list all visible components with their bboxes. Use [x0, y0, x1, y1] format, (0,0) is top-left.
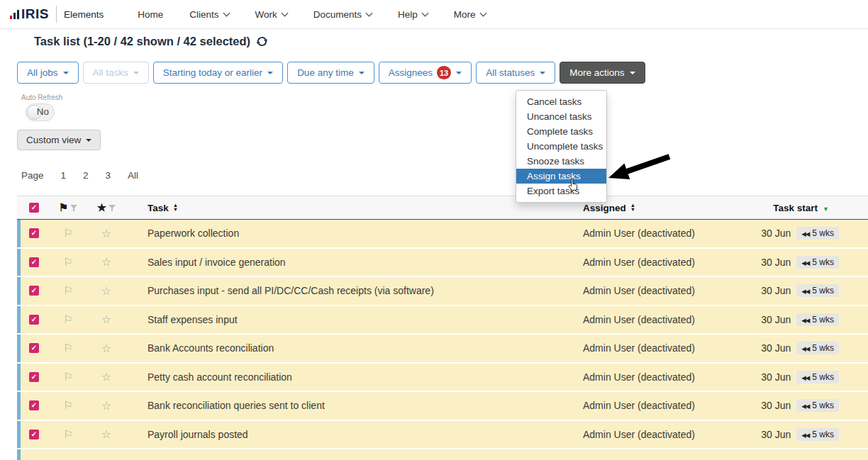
task-column-header[interactable]: Task — [125, 203, 583, 213]
table-row[interactable]: Bank reconciliation queries sent to clie… — [17, 392, 868, 420]
menu-item-export-tasks[interactable]: Export tasks — [516, 184, 606, 198]
flag-icon[interactable] — [63, 428, 72, 441]
flag-cell — [48, 256, 88, 269]
flag-cell — [48, 313, 88, 326]
star-icon[interactable] — [101, 255, 111, 269]
row-checkbox[interactable] — [29, 228, 39, 238]
flag-cell — [48, 371, 88, 383]
row-checkbox[interactable] — [29, 257, 39, 267]
starting-today-or-earlier-button[interactable]: Starting today or earlier — [153, 62, 283, 84]
table-row[interactable]: Bank Accounts reconciliationAdmin User (… — [17, 335, 868, 362]
table-row[interactable]: Purchases input - send all PI/DC/CC/Cash… — [17, 277, 868, 305]
task-name[interactable]: Payroll journals posted — [125, 429, 583, 440]
row-checkbox[interactable] — [29, 286, 39, 296]
row-checkbox[interactable] — [29, 430, 39, 439]
custom-view-button[interactable]: Custom view — [17, 130, 101, 150]
flag-icon[interactable] — [63, 284, 72, 297]
select-all-checkbox[interactable] — [29, 203, 39, 213]
refresh-icon[interactable] — [257, 36, 267, 47]
table-row[interactable]: Petty cash account reconciliationAdmin U… — [17, 364, 868, 391]
menu-item-uncancel-tasks[interactable]: Uncancel tasks — [516, 109, 606, 124]
table-row[interactable]: Paperwork collectionAdmin User (deactiva… — [17, 220, 868, 247]
assigned-column-header[interactable]: Assigned — [583, 203, 743, 213]
menu-item-complete-tasks[interactable]: Complete tasks — [516, 124, 606, 139]
filter-button-label: Due any time — [297, 67, 354, 78]
row-checkbox[interactable] — [29, 315, 39, 325]
filter-funnel-icon[interactable] — [70, 205, 77, 211]
nav-item-home[interactable]: Home — [138, 9, 163, 20]
weeks-ago-badge: 5 wks — [796, 399, 839, 412]
weeks-ago-label: 5 wks — [812, 400, 834, 410]
table-row[interactable]: Payroll journals postedAdmin User (deact… — [17, 421, 868, 449]
caret-down-icon — [267, 72, 273, 74]
nav-item-work[interactable]: Work — [255, 9, 287, 20]
weeks-ago-badge: 5 wks — [796, 313, 839, 326]
auto-refresh-toggle[interactable]: No — [26, 103, 55, 121]
filter-funnel-icon[interactable] — [108, 205, 116, 211]
menu-item-cancel-tasks[interactable]: Cancel tasks — [516, 94, 606, 109]
star-icon[interactable] — [101, 342, 111, 355]
filter-button-label: Starting today or earlier — [163, 67, 262, 78]
star-icon[interactable] — [101, 227, 111, 240]
star-icon[interactable] — [101, 427, 111, 441]
flag-icon[interactable] — [63, 399, 72, 412]
star-column-header[interactable] — [88, 201, 125, 214]
nav-item-clients[interactable]: Clients — [189, 9, 228, 20]
star-icon[interactable] — [101, 313, 111, 326]
assignees-button[interactable]: Assignees13 — [379, 62, 472, 84]
more-actions-button[interactable]: More actions — [560, 62, 645, 84]
flag-cell — [48, 284, 88, 297]
iris-elements-logo[interactable]: IRIS Elements — [10, 6, 104, 23]
flag-icon[interactable] — [63, 342, 72, 354]
menu-item-assign-tasks[interactable]: Assign tasks — [516, 169, 606, 184]
star-icon[interactable] — [101, 284, 111, 298]
task-name[interactable]: Petty cash account reconciliation — [125, 371, 583, 383]
row-checkbox[interactable] — [29, 400, 39, 410]
task-name[interactable]: Bank reconciliation queries sent to clie… — [125, 400, 583, 411]
nav-item-help[interactable]: Help — [398, 9, 428, 20]
assigned-user: Admin User (deactivated) — [583, 371, 743, 383]
flag-column-header[interactable] — [48, 201, 88, 214]
menu-item-snooze-tasks[interactable]: Snooze tasks — [516, 154, 606, 169]
table-row[interactable]: Staff expenses inputAdmin User (deactiva… — [17, 306, 868, 334]
all-jobs-button[interactable]: All jobs — [17, 62, 79, 84]
task-name[interactable]: Bank Accounts reconciliation — [125, 342, 583, 354]
row-checkbox[interactable] — [29, 372, 39, 382]
start-date: 30 Jun — [761, 400, 791, 411]
caret-down-icon — [86, 139, 91, 142]
weeks-ago-badge: 5 wks — [796, 342, 839, 354]
menu-item-uncomplete-tasks[interactable]: Uncomplete tasks — [516, 139, 606, 154]
chevron-down-icon — [281, 9, 288, 16]
flag-icon[interactable] — [63, 256, 72, 269]
flag-icon[interactable] — [63, 227, 72, 240]
rewind-icon — [801, 430, 812, 439]
star-icon[interactable] — [101, 399, 111, 413]
page-link-2[interactable]: 2 — [83, 170, 89, 181]
table-row[interactable]: Sales input / invoice generationAdmin Us… — [17, 249, 868, 276]
nav-item-more[interactable]: More — [454, 9, 486, 20]
nav-item-documents[interactable]: Documents — [313, 9, 372, 20]
star-cell — [88, 227, 125, 240]
star-icon[interactable] — [101, 370, 111, 383]
weeks-ago-badge: 5 wks — [796, 371, 839, 383]
task-name[interactable]: Sales input / invoice generation — [125, 257, 583, 268]
all-statuses-button[interactable]: All statuses — [476, 62, 555, 84]
flag-cell — [48, 428, 88, 441]
flag-icon[interactable] — [63, 313, 72, 326]
assigned-user: Admin User (deactivated) — [583, 228, 743, 239]
task-name[interactable]: Purchases input - send all PI/DC/CC/Cash… — [125, 285, 583, 296]
sort-descending-icon — [818, 203, 829, 213]
row-checkbox[interactable] — [29, 343, 39, 353]
chevron-down-icon — [479, 9, 486, 16]
flag-cell — [48, 342, 88, 354]
nav-menu: HomeClientsWorkDocumentsHelpMore — [138, 9, 511, 20]
due-any-time-button[interactable]: Due any time — [287, 62, 374, 84]
task-name[interactable]: Paperwork collection — [125, 228, 583, 239]
task-start-column-header[interactable]: Task start — [743, 203, 868, 213]
page-link-all[interactable]: All — [128, 170, 138, 181]
flag-icon[interactable] — [63, 371, 72, 383]
page-link-3[interactable]: 3 — [106, 170, 111, 181]
page-link-1[interactable]: 1 — [61, 170, 67, 181]
task-name[interactable]: Staff expenses input — [125, 314, 583, 325]
start-date: 30 Jun — [761, 342, 791, 354]
